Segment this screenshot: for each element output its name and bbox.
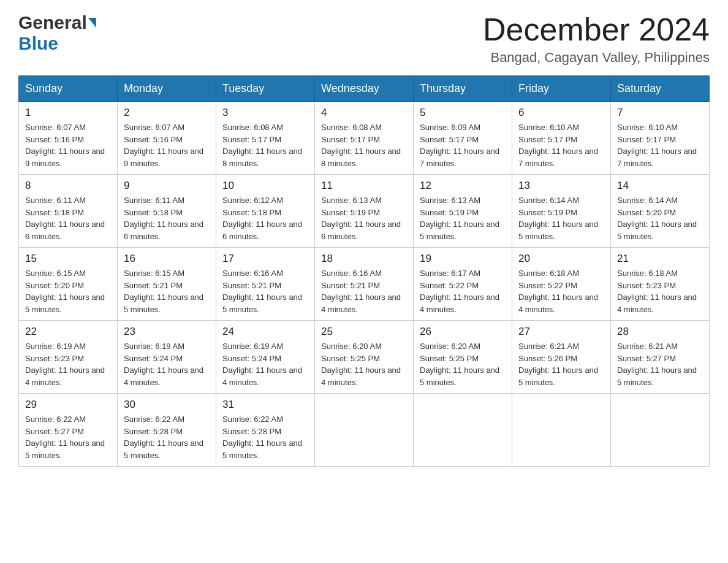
day-info: Sunrise: 6:16 AMSunset: 5:21 PMDaylight:… <box>321 269 401 314</box>
day-number: 30 <box>124 399 210 411</box>
day-info: Sunrise: 6:08 AMSunset: 5:17 PMDaylight:… <box>222 123 302 168</box>
weekday-header-thursday: Thursday <box>414 76 512 102</box>
logo: General Blue <box>18 12 96 54</box>
logo-blue-text: Blue <box>18 33 58 53</box>
day-info: Sunrise: 6:17 AMSunset: 5:22 PMDaylight:… <box>420 269 499 314</box>
day-info: Sunrise: 6:21 AMSunset: 5:26 PMDaylight:… <box>518 342 598 387</box>
calendar-cell: 10 Sunrise: 6:12 AMSunset: 5:18 PMDaylig… <box>216 175 315 248</box>
weekday-header-saturday: Saturday <box>611 76 710 102</box>
day-number: 8 <box>25 180 111 192</box>
day-number: 7 <box>617 107 703 119</box>
day-info: Sunrise: 6:14 AMSunset: 5:19 PMDaylight:… <box>518 196 598 241</box>
calendar-cell: 18 Sunrise: 6:16 AMSunset: 5:21 PMDaylig… <box>315 248 414 321</box>
day-number: 10 <box>222 180 308 192</box>
calendar-cell: 16 Sunrise: 6:15 AMSunset: 5:21 PMDaylig… <box>118 248 216 321</box>
day-number: 11 <box>321 180 407 192</box>
day-number: 13 <box>518 180 604 192</box>
title-area: December 2024 Bangad, Cagayan Valley, Ph… <box>483 12 710 66</box>
calendar-cell <box>611 394 710 467</box>
calendar-cell: 4 Sunrise: 6:08 AMSunset: 5:17 PMDayligh… <box>315 102 414 175</box>
calendar-cell <box>414 394 512 467</box>
calendar-cell: 2 Sunrise: 6:07 AMSunset: 5:16 PMDayligh… <box>118 102 216 175</box>
day-info: Sunrise: 6:20 AMSunset: 5:25 PMDaylight:… <box>321 342 401 387</box>
calendar-cell: 19 Sunrise: 6:17 AMSunset: 5:22 PMDaylig… <box>414 248 512 321</box>
logo-general-text: General <box>18 12 87 33</box>
calendar-cell: 27 Sunrise: 6:21 AMSunset: 5:26 PMDaylig… <box>512 321 611 394</box>
day-number: 24 <box>222 326 308 338</box>
day-info: Sunrise: 6:22 AMSunset: 5:28 PMDaylight:… <box>222 415 302 460</box>
day-info: Sunrise: 6:19 AMSunset: 5:23 PMDaylight:… <box>25 342 105 387</box>
calendar-cell: 17 Sunrise: 6:16 AMSunset: 5:21 PMDaylig… <box>216 248 315 321</box>
page-header: General Blue December 2024 Bangad, Cagay… <box>18 12 710 66</box>
calendar-cell: 13 Sunrise: 6:14 AMSunset: 5:19 PMDaylig… <box>512 175 611 248</box>
day-number: 16 <box>124 253 210 265</box>
weekday-header-sunday: Sunday <box>19 76 118 102</box>
calendar-cell: 28 Sunrise: 6:21 AMSunset: 5:27 PMDaylig… <box>611 321 710 394</box>
calendar-week-row: 22 Sunrise: 6:19 AMSunset: 5:23 PMDaylig… <box>19 321 710 394</box>
calendar-cell: 7 Sunrise: 6:10 AMSunset: 5:17 PMDayligh… <box>611 102 710 175</box>
weekday-header-monday: Monday <box>118 76 216 102</box>
day-number: 18 <box>321 253 407 265</box>
day-number: 29 <box>25 399 111 411</box>
day-info: Sunrise: 6:13 AMSunset: 5:19 PMDaylight:… <box>321 196 401 241</box>
day-info: Sunrise: 6:20 AMSunset: 5:25 PMDaylight:… <box>420 342 499 387</box>
month-title: December 2024 <box>483 12 710 47</box>
calendar-cell: 3 Sunrise: 6:08 AMSunset: 5:17 PMDayligh… <box>216 102 315 175</box>
calendar-cell: 25 Sunrise: 6:20 AMSunset: 5:25 PMDaylig… <box>315 321 414 394</box>
day-number: 9 <box>124 180 210 192</box>
day-info: Sunrise: 6:18 AMSunset: 5:23 PMDaylight:… <box>617 269 697 314</box>
day-number: 27 <box>518 326 604 338</box>
day-info: Sunrise: 6:12 AMSunset: 5:18 PMDaylight:… <box>222 196 302 241</box>
calendar-table: SundayMondayTuesdayWednesdayThursdayFrid… <box>18 75 710 467</box>
weekday-header-row: SundayMondayTuesdayWednesdayThursdayFrid… <box>19 76 710 102</box>
calendar-cell: 31 Sunrise: 6:22 AMSunset: 5:28 PMDaylig… <box>216 394 315 467</box>
weekday-header-tuesday: Tuesday <box>216 76 315 102</box>
day-number: 28 <box>617 326 703 338</box>
day-info: Sunrise: 6:15 AMSunset: 5:21 PMDaylight:… <box>124 269 203 314</box>
calendar-cell: 23 Sunrise: 6:19 AMSunset: 5:24 PMDaylig… <box>118 321 216 394</box>
calendar-cell: 26 Sunrise: 6:20 AMSunset: 5:25 PMDaylig… <box>414 321 512 394</box>
day-info: Sunrise: 6:11 AMSunset: 5:18 PMDaylight:… <box>124 196 203 241</box>
day-info: Sunrise: 6:18 AMSunset: 5:22 PMDaylight:… <box>518 269 598 314</box>
day-info: Sunrise: 6:13 AMSunset: 5:19 PMDaylight:… <box>420 196 499 241</box>
weekday-header-friday: Friday <box>512 76 611 102</box>
calendar-cell: 21 Sunrise: 6:18 AMSunset: 5:23 PMDaylig… <box>611 248 710 321</box>
day-number: 20 <box>518 253 604 265</box>
day-number: 22 <box>25 326 111 338</box>
day-number: 25 <box>321 326 407 338</box>
calendar-week-row: 8 Sunrise: 6:11 AMSunset: 5:18 PMDayligh… <box>19 175 710 248</box>
calendar-cell: 6 Sunrise: 6:10 AMSunset: 5:17 PMDayligh… <box>512 102 611 175</box>
calendar-cell: 15 Sunrise: 6:15 AMSunset: 5:20 PMDaylig… <box>19 248 118 321</box>
day-number: 26 <box>420 326 506 338</box>
day-info: Sunrise: 6:14 AMSunset: 5:20 PMDaylight:… <box>617 196 697 241</box>
calendar-cell: 9 Sunrise: 6:11 AMSunset: 5:18 PMDayligh… <box>118 175 216 248</box>
day-info: Sunrise: 6:22 AMSunset: 5:28 PMDaylight:… <box>124 415 203 460</box>
day-number: 1 <box>25 107 111 119</box>
calendar-cell: 14 Sunrise: 6:14 AMSunset: 5:20 PMDaylig… <box>611 175 710 248</box>
day-number: 15 <box>25 253 111 265</box>
calendar-cell <box>315 394 414 467</box>
day-info: Sunrise: 6:10 AMSunset: 5:17 PMDaylight:… <box>617 123 697 168</box>
calendar-week-row: 15 Sunrise: 6:15 AMSunset: 5:20 PMDaylig… <box>19 248 710 321</box>
weekday-header-wednesday: Wednesday <box>315 76 414 102</box>
day-number: 3 <box>222 107 308 119</box>
day-info: Sunrise: 6:08 AMSunset: 5:17 PMDaylight:… <box>321 123 401 168</box>
day-info: Sunrise: 6:11 AMSunset: 5:18 PMDaylight:… <box>25 196 105 241</box>
day-number: 4 <box>321 107 407 119</box>
location-subtitle: Bangad, Cagayan Valley, Philippines <box>483 50 710 66</box>
calendar-cell <box>512 394 611 467</box>
day-info: Sunrise: 6:22 AMSunset: 5:27 PMDaylight:… <box>25 415 105 460</box>
day-info: Sunrise: 6:07 AMSunset: 5:16 PMDaylight:… <box>124 123 203 168</box>
calendar-cell: 8 Sunrise: 6:11 AMSunset: 5:18 PMDayligh… <box>19 175 118 248</box>
day-number: 12 <box>420 180 506 192</box>
day-number: 23 <box>124 326 210 338</box>
day-info: Sunrise: 6:15 AMSunset: 5:20 PMDaylight:… <box>25 269 105 314</box>
calendar-week-row: 1 Sunrise: 6:07 AMSunset: 5:16 PMDayligh… <box>19 102 710 175</box>
day-info: Sunrise: 6:09 AMSunset: 5:17 PMDaylight:… <box>420 123 499 168</box>
day-info: Sunrise: 6:16 AMSunset: 5:21 PMDaylight:… <box>222 269 302 314</box>
calendar-cell: 29 Sunrise: 6:22 AMSunset: 5:27 PMDaylig… <box>19 394 118 467</box>
day-number: 21 <box>617 253 703 265</box>
day-number: 5 <box>420 107 506 119</box>
calendar-cell: 12 Sunrise: 6:13 AMSunset: 5:19 PMDaylig… <box>414 175 512 248</box>
calendar-cell: 1 Sunrise: 6:07 AMSunset: 5:16 PMDayligh… <box>19 102 118 175</box>
